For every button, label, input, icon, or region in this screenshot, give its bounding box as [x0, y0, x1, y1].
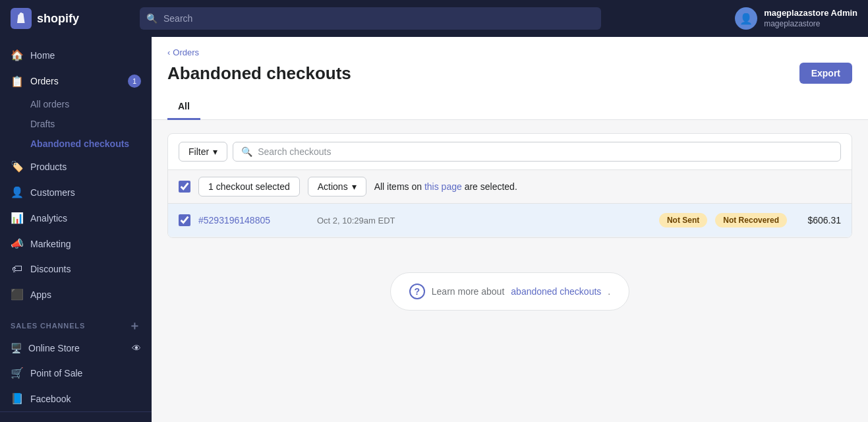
user-name: mageplazastore Admin: [764, 8, 857, 19]
row-date: Oct 2, 10:29am EDT: [317, 216, 659, 226]
learn-more-section: ? Learn more about abandoned checkouts.: [152, 251, 868, 332]
selection-info-text2: are selected.: [462, 181, 517, 192]
avatar[interactable]: 👤: [735, 7, 757, 30]
sidebar-item-discounts[interactable]: 🏷 Discounts: [0, 256, 152, 282]
sidebar-item-label-analytics: Analytics: [30, 213, 67, 224]
question-icon: ?: [409, 284, 425, 299]
sidebar-item-online-store[interactable]: 🖥️ Online Store 👁: [0, 336, 152, 360]
breadcrumb-label: Orders: [173, 47, 199, 57]
search-checkouts-bar[interactable]: 🔍: [233, 142, 841, 162]
sidebar-bottom: ⚙️ Settings: [0, 411, 152, 422]
pos-icon: 🛒: [11, 367, 24, 379]
status-not-recovered-badge: Not Recovered: [715, 213, 787, 227]
sidebar-item-settings[interactable]: ⚙️ Settings: [0, 415, 152, 422]
products-icon: 🏷️: [11, 160, 24, 173]
sidebar-item-label-discounts: Discounts: [30, 264, 71, 274]
sales-channels-title: SALES CHANNELS ＋: [0, 307, 152, 336]
selection-bar: 1 checkout selected Actions ▾ All items …: [168, 170, 852, 204]
sidebar-item-label-online-store: Online Store: [28, 343, 80, 353]
logo-text: shopify: [37, 12, 79, 26]
page-header: ‹ Orders Abandoned checkouts Export All: [152, 37, 868, 120]
search-checkouts-input[interactable]: [258, 146, 832, 157]
user-store: mageplazastore: [764, 19, 857, 30]
orders-badge: 1: [128, 75, 141, 88]
sidebar-item-label-marketing: Marketing: [30, 239, 71, 249]
marketing-icon: 📣: [11, 237, 24, 250]
add-sales-channel-icon[interactable]: ＋: [129, 318, 141, 334]
actions-label: Actions: [318, 181, 348, 192]
sidebar-item-analytics[interactable]: 📊 Analytics: [0, 205, 152, 231]
top-navigation: shopify 🔍 👤 mageplazastore Admin magepla…: [0, 0, 868, 37]
sidebar-item-label-orders: Orders: [30, 76, 59, 86]
sidebar-item-orders[interactable]: 📋 Orders 1: [0, 68, 152, 94]
actions-button[interactable]: Actions ▾: [308, 177, 366, 196]
selection-info: All items on this page are selected.: [374, 181, 517, 192]
row-checkbox[interactable]: [179, 214, 190, 226]
status-not-sent-badge: Not Sent: [659, 213, 707, 227]
discounts-icon: 🏷: [11, 263, 24, 275]
sidebar-subitem-drafts[interactable]: Drafts: [0, 114, 152, 134]
learn-more-text: Learn more about: [432, 286, 505, 297]
learn-more-suffix: .: [608, 286, 610, 297]
analytics-icon: 📊: [11, 212, 24, 224]
filter-row: Filter ▾ 🔍: [168, 134, 852, 170]
page-title-row: Abandoned checkouts Export: [167, 63, 852, 94]
selection-info-text1: All items on: [374, 181, 424, 192]
order-id[interactable]: #5293196148805: [198, 215, 317, 226]
filter-chevron-icon: ▾: [213, 146, 217, 157]
sidebar-item-customers[interactable]: 👤 Customers: [0, 179, 152, 205]
user-info: mageplazastore Admin mageplazastore: [764, 8, 857, 29]
shopify-logo-icon: [11, 8, 32, 29]
learn-more-card: ? Learn more about abandoned checkouts.: [390, 272, 629, 311]
selection-info-link[interactable]: this page: [424, 181, 462, 192]
tabs: All: [167, 94, 852, 119]
sidebar-item-label-facebook: Facebook: [30, 394, 71, 404]
app-body: 🏠 Home 📋 Orders 1 All orders Drafts Aban…: [0, 37, 868, 422]
checkout-selected-label: 1 checkout selected: [208, 181, 290, 192]
search-checkouts-icon: 🔍: [241, 146, 252, 157]
filter-button[interactable]: Filter ▾: [179, 142, 227, 162]
sidebar-item-point-of-sale[interactable]: 🛒 Point of Sale: [0, 360, 152, 386]
sidebar-subitem-abandoned-checkouts[interactable]: Abandoned checkouts: [0, 134, 152, 154]
sidebar-item-products[interactable]: 🏷️ Products: [0, 154, 152, 179]
sidebar: 🏠 Home 📋 Orders 1 All orders Drafts Aban…: [0, 37, 152, 422]
apps-icon: ⬛: [11, 288, 24, 301]
row-amount: $606.31: [795, 215, 841, 226]
checkout-selected-button[interactable]: 1 checkout selected: [198, 177, 300, 196]
logo[interactable]: shopify: [11, 8, 129, 29]
sidebar-item-label-pos: Point of Sale: [30, 368, 82, 378]
sidebar-item-label-customers: Customers: [30, 187, 75, 198]
sidebar-item-apps[interactable]: ⬛ Apps: [0, 282, 152, 307]
home-icon: 🏠: [11, 49, 24, 61]
table-body: #5293196148805 Oct 2, 10:29am EDT Not Se…: [168, 204, 852, 237]
chevron-left-icon: ‹: [167, 47, 170, 57]
main-content: ‹ Orders Abandoned checkouts Export All …: [152, 37, 868, 422]
sidebar-item-home[interactable]: 🏠 Home: [0, 42, 152, 68]
sidebar-subitem-all-orders[interactable]: All orders: [0, 94, 152, 114]
export-button[interactable]: Export: [799, 63, 852, 84]
eye-icon[interactable]: 👁: [132, 343, 141, 353]
breadcrumb[interactable]: ‹ Orders: [167, 47, 852, 57]
sidebar-item-label-home: Home: [30, 50, 55, 61]
online-store-icon: 🖥️: [11, 343, 22, 353]
sidebar-item-facebook[interactable]: 📘 Facebook: [0, 386, 152, 411]
page-title: Abandoned checkouts: [167, 63, 351, 84]
orders-icon: 📋: [11, 75, 24, 88]
orders-sub-items: All orders Drafts Abandoned checkouts: [0, 94, 152, 154]
sidebar-item-label-apps: Apps: [30, 289, 51, 300]
actions-chevron-icon: ▾: [352, 181, 357, 192]
sidebar-item-label-products: Products: [30, 162, 67, 172]
select-all-checkbox[interactable]: [179, 181, 190, 193]
filter-label: Filter: [188, 146, 209, 157]
search-input[interactable]: [140, 7, 601, 30]
learn-more-link[interactable]: abandoned checkouts: [511, 286, 601, 297]
tab-all[interactable]: All: [167, 94, 200, 120]
sidebar-item-marketing[interactable]: 📣 Marketing: [0, 231, 152, 256]
user-area: 👤 mageplazastore Admin mageplazastore: [735, 7, 857, 30]
facebook-icon: 📘: [11, 392, 24, 405]
checkouts-card: Filter ▾ 🔍 1 checkout selected Actions ▾: [167, 133, 852, 238]
search-bar[interactable]: 🔍: [140, 7, 601, 30]
customers-icon: 👤: [11, 186, 24, 198]
search-icon: 🔍: [146, 13, 158, 24]
table-row: #5293196148805 Oct 2, 10:29am EDT Not Se…: [168, 204, 852, 237]
